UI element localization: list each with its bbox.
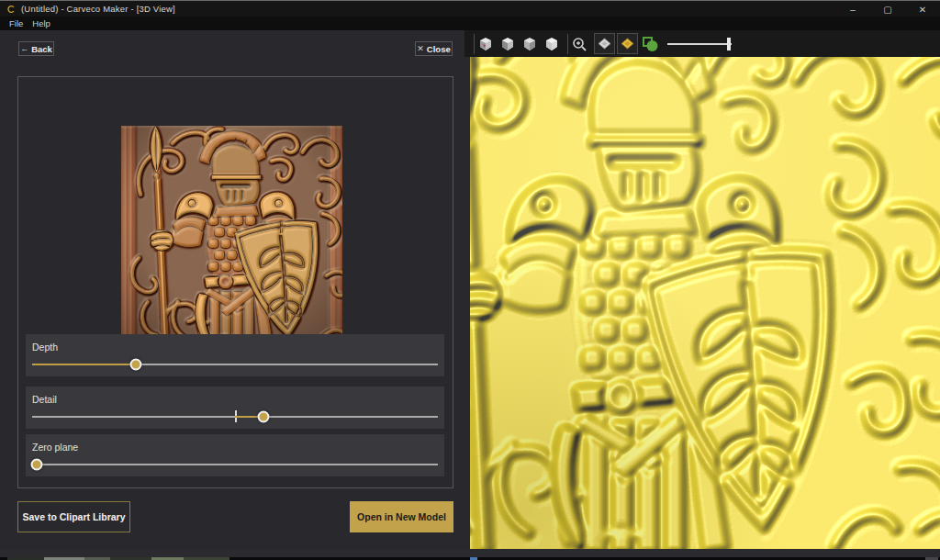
depth-fill — [32, 364, 136, 365]
minimize-button[interactable]: – — [835, 1, 870, 17]
view-cube-top-icon[interactable] — [541, 33, 563, 55]
status-strip — [0, 549, 940, 557]
menu-file[interactable]: File — [9, 18, 23, 28]
menu-bar: File Help — [0, 17, 940, 30]
detail-slider[interactable] — [32, 410, 438, 423]
relief-plane-gold-button[interactable] — [617, 33, 638, 54]
zero-plane-handle[interactable] — [30, 459, 42, 471]
close-button[interactable]: ✕ — [905, 1, 940, 17]
depth-slider-row: Depth — [26, 334, 444, 376]
detail-slider-row: Detail — [26, 386, 444, 429]
menu-help[interactable]: Help — [32, 18, 50, 28]
depth-slider[interactable] — [32, 358, 438, 371]
detail-handle[interactable] — [258, 411, 270, 423]
detail-label: Detail — [32, 394, 57, 405]
shading-slider[interactable] — [667, 37, 732, 51]
maximize-button[interactable]: ▢ — [870, 1, 905, 17]
shading-slider-track[interactable] — [667, 43, 732, 45]
close-x-icon: ✕ — [417, 44, 424, 53]
back-button[interactable]: ← Back — [18, 41, 54, 56]
view-cube-front-icon[interactable] — [475, 33, 497, 55]
panel-close-button[interactable]: ✕ Close — [415, 41, 453, 56]
title-bar: (Untitled) - Carveco Maker - [3D View] –… — [0, 0, 940, 17]
clipart-panel: ← Back ✕ Close Depth Detail Zero plane — [0, 30, 470, 549]
view-cube-iso-right-icon[interactable] — [519, 33, 541, 55]
shading-slider-handle[interactable] — [727, 38, 731, 50]
depth-handle[interactable] — [130, 359, 142, 371]
zero-plane-slider-row: Zero plane — [26, 434, 444, 476]
save-label: Save to Clipart Library — [22, 511, 125, 522]
zero-plane-track[interactable] — [32, 464, 438, 465]
open-label: Open in New Model — [357, 511, 446, 522]
window-title: (Untitled) - Carveco Maker - [3D View] — [21, 4, 175, 14]
back-arrow-icon: ← — [20, 44, 28, 53]
view-cube-iso-left-icon[interactable] — [497, 33, 519, 55]
zero-plane-label: Zero plane — [32, 442, 78, 453]
close-label: Close — [427, 44, 451, 54]
save-to-clipart-library-button[interactable]: Save to Clipart Library — [17, 501, 130, 532]
back-label: Back — [31, 44, 52, 54]
view-toolbar — [464, 30, 940, 57]
open-in-new-model-button[interactable]: Open in New Model — [350, 501, 453, 532]
material-colour-icon[interactable] — [640, 33, 660, 55]
zero-plane-slider[interactable] — [32, 458, 438, 471]
clipart-thumbnail-image — [121, 126, 342, 346]
zoom-magnifier-icon[interactable] — [568, 33, 590, 55]
3d-view-render[interactable] — [470, 57, 940, 549]
relief-plane-grey-button[interactable] — [594, 33, 615, 54]
depth-label: Depth — [32, 342, 58, 353]
app-logo-icon — [6, 5, 16, 14]
